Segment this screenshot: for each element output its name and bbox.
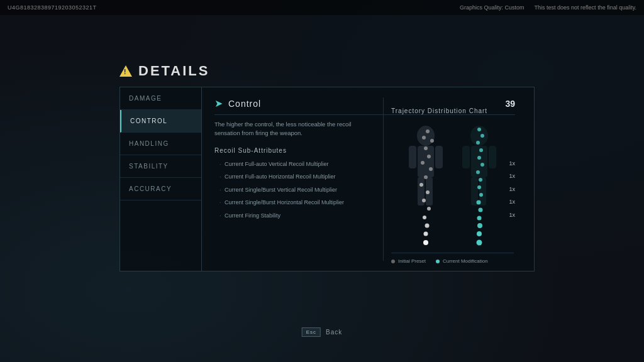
back-label: Back [326, 329, 342, 336]
left-navigation: DAMAGE CONTROL HANDLING STABILITY ACCURA… [120, 87, 202, 271]
legend-current: Current Modification [436, 258, 488, 264]
page-title: DETAILS [138, 63, 209, 79]
svg-point-21 [426, 190, 430, 194]
svg-point-31 [479, 148, 483, 152]
legend-current-label: Current Modification [443, 258, 488, 264]
nav-item-accuracy[interactable]: ACCURACY [120, 178, 201, 200]
svg-point-22 [422, 199, 426, 202]
content-wrapper: ➤ Control 39 The higher the control, the… [214, 97, 521, 261]
right-content: ➤ Control 39 The higher the control, the… [202, 87, 534, 271]
svg-point-27 [423, 240, 428, 245]
control-icon: ➤ [214, 97, 223, 109]
svg-point-41 [477, 223, 482, 228]
svg-point-13 [422, 136, 426, 140]
legend-initial-label: Initial Preset [398, 258, 426, 264]
svg-point-40 [477, 216, 482, 221]
svg-point-24 [423, 216, 426, 219]
chart-title: Trajectory Distribution Chart [391, 107, 514, 114]
sub-attr-label-2: Current Single/Burst Vertical Recoil Mul… [219, 186, 337, 194]
chart-legend: Initial Preset Current Modification [391, 253, 514, 264]
legend-dot-teal [436, 260, 440, 263]
svg-point-38 [477, 200, 481, 205]
svg-point-14 [430, 139, 434, 143]
attribute-name: Control [228, 99, 261, 109]
svg-point-36 [477, 185, 481, 189]
disclaimer-text: This test does not reflect the final qua… [535, 4, 636, 11]
svg-point-43 [477, 240, 482, 246]
main-container: DETAILS DAMAGE CONTROL HANDLING STABILIT… [119, 63, 535, 272]
svg-point-16 [427, 155, 431, 158]
svg-point-33 [480, 163, 484, 167]
graphics-quality: Graphics Quality: Custom [460, 4, 525, 11]
svg-point-35 [479, 178, 482, 182]
svg-point-30 [476, 141, 480, 145]
svg-point-20 [419, 183, 423, 187]
svg-point-0 [417, 126, 435, 146]
svg-point-12 [426, 129, 430, 133]
trajectory-chart [391, 122, 511, 254]
svg-rect-5 [435, 146, 443, 168]
sub-attr-label-1: Current Full-auto Horizontal Recoil Mult… [219, 173, 336, 181]
svg-point-19 [424, 175, 428, 179]
svg-point-29 [480, 134, 484, 138]
svg-point-32 [477, 156, 481, 160]
svg-point-28 [477, 128, 481, 131]
svg-point-25 [425, 224, 430, 228]
attribute-title: ➤ Control [214, 97, 261, 109]
svg-point-37 [479, 193, 483, 197]
back-button[interactable]: Esc Back [302, 327, 343, 337]
svg-point-18 [429, 167, 433, 171]
svg-point-15 [424, 146, 428, 150]
svg-point-39 [479, 208, 483, 212]
chart-area [391, 122, 511, 248]
nav-item-handling[interactable]: HANDLING [120, 133, 201, 155]
sub-attr-label-3: Current Single/Burst Horizontal Recoil M… [219, 199, 344, 207]
svg-point-26 [424, 232, 428, 236]
legend-initial: Initial Preset [391, 258, 426, 264]
warning-triangle-icon [119, 65, 132, 77]
svg-point-17 [421, 161, 425, 165]
build-id: U4G818328389719203052321T [8, 4, 97, 11]
details-panel: DAMAGE CONTROL HANDLING STABILITY ACCURA… [119, 87, 535, 272]
sub-attr-label-0: Current Full-auto Vertical Recoil Multip… [219, 160, 329, 168]
nav-item-control[interactable]: CONTROL [120, 110, 201, 133]
section-title: DETAILS [119, 63, 535, 79]
top-bar: U4G818328389719203052321T Graphics Quali… [0, 0, 644, 15]
nav-item-stability[interactable]: STABILITY [120, 155, 201, 178]
svg-point-34 [476, 170, 480, 174]
back-key: Esc [302, 327, 321, 337]
attribute-description: The higher the control, the less noticea… [214, 120, 378, 138]
nav-item-damage[interactable]: DAMAGE [120, 87, 201, 110]
legend-dot-gray [391, 260, 395, 263]
svg-point-23 [427, 207, 431, 211]
top-bar-right: Graphics Quality: Custom This test does … [460, 4, 636, 11]
svg-rect-1 [418, 146, 434, 177]
chart-section: Trajectory Distribution Chart [383, 97, 521, 261]
svg-rect-10 [462, 146, 470, 168]
svg-rect-4 [409, 146, 416, 168]
sub-attr-label-4: Current Firing Stability [219, 212, 280, 220]
svg-rect-11 [489, 146, 496, 168]
svg-point-42 [477, 231, 482, 236]
